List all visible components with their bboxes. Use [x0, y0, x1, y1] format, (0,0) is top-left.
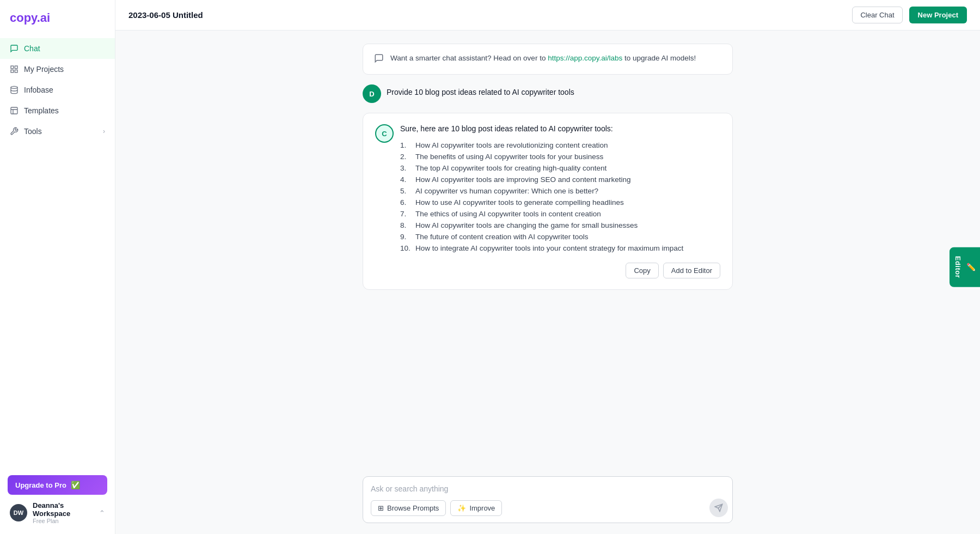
- clear-chat-button[interactable]: Clear Chat: [852, 7, 902, 23]
- header: 2023-06-05 Untitled Clear Chat New Proje…: [115, 0, 980, 31]
- avatar: DW: [10, 504, 27, 521]
- browse-prompts-label: Browse Prompts: [387, 504, 439, 512]
- list-item-text: How to integrate AI copywriter tools int…: [415, 244, 683, 252]
- info-banner-text: Want a smarter chat assistant? Head on o…: [390, 53, 696, 64]
- sidebar-item-infobase[interactable]: Infobase: [0, 80, 115, 100]
- infobase-icon: [10, 86, 19, 94]
- list-item-num: 2.: [400, 153, 412, 161]
- ai-response-body: Sure, here are 10 blog post ideas relate…: [400, 124, 720, 278]
- editor-tab[interactable]: ✏️ Editor: [950, 247, 981, 287]
- input-box-wrapper: ⊞ Browse Prompts ✨ Improve: [363, 476, 733, 523]
- svg-point-4: [11, 86, 17, 88]
- workspace-chevron-icon[interactable]: ⌃: [99, 509, 105, 517]
- page-title: 2023-06-05 Untitled: [128, 10, 846, 20]
- input-bottom-row: ⊞ Browse Prompts ✨ Improve: [371, 496, 728, 520]
- main: 2023-06-05 Untitled Clear Chat New Proje…: [115, 0, 980, 534]
- list-item-num: 10.: [400, 244, 412, 252]
- sidebar-bottom: Upgrade to Pro ✅ DW Deanna's Workspace F…: [0, 468, 115, 534]
- workspace-info: Deanna's Workspace Free Plan: [33, 501, 94, 524]
- sparkle-icon: ✨: [457, 504, 466, 512]
- ai-list: 1.How AI copywriter tools are revolution…: [400, 139, 720, 254]
- check-circle-icon: ✅: [71, 481, 80, 489]
- list-item: 2.The benefits of using AI copywriter to…: [400, 151, 720, 162]
- list-item-num: 6.: [400, 198, 412, 207]
- list-item: 9.The future of content creation with AI…: [400, 231, 720, 242]
- list-item-text: How AI copywriter tools are improving SE…: [415, 175, 630, 184]
- list-item: 8.How AI copywriter tools are changing t…: [400, 220, 720, 231]
- editor-tab-label: Editor: [954, 256, 962, 278]
- search-input[interactable]: [371, 479, 728, 496]
- sidebar-item-my-projects[interactable]: My Projects: [0, 59, 115, 80]
- list-item-text: The benefits of using AI copywriter tool…: [415, 153, 603, 161]
- list-item-text: How AI copywriter tools are changing the…: [415, 221, 638, 229]
- workspace-area: DW Deanna's Workspace Free Plan ⌃: [8, 495, 107, 526]
- list-item: 7.The ethics of using AI copywriter tool…: [400, 208, 720, 220]
- upgrade-to-pro-button[interactable]: Upgrade to Pro ✅: [8, 475, 107, 495]
- templates-icon: [10, 106, 19, 115]
- list-item: 6.How to use AI copywriter tools to gene…: [400, 197, 720, 208]
- svg-rect-2: [15, 70, 17, 72]
- sidebar-item-label-infobase: Infobase: [24, 86, 53, 94]
- sidebar-item-chat[interactable]: Chat: [0, 38, 115, 59]
- list-item-num: 9.: [400, 233, 412, 241]
- upgrade-label: Upgrade to Pro: [15, 481, 66, 489]
- ai-avatar: C: [375, 124, 394, 143]
- svg-rect-1: [15, 66, 17, 69]
- list-item-text: How AI copywriter tools are revolutioniz…: [415, 141, 608, 149]
- list-item-text: AI copywriter vs human copywriter: Which…: [415, 187, 598, 195]
- workspace-name: Deanna's Workspace: [33, 501, 94, 518]
- list-item: 3.The top AI copywriter tools for creati…: [400, 162, 720, 174]
- projects-icon: [10, 65, 19, 74]
- new-project-button[interactable]: New Project: [909, 7, 967, 23]
- copy-button[interactable]: Copy: [626, 263, 658, 278]
- chat-area: Want a smarter chat assistant? Head on o…: [115, 31, 980, 469]
- list-item-text: The future of content creation with AI c…: [415, 233, 588, 241]
- improve-button[interactable]: ✨ Improve: [450, 500, 502, 516]
- list-item: 5.AI copywriter vs human copywriter: Whi…: [400, 185, 720, 197]
- browse-prompts-button[interactable]: ⊞ Browse Prompts: [371, 500, 446, 516]
- svg-rect-0: [11, 66, 14, 69]
- list-item-text: How to use AI copywriter tools to genera…: [415, 198, 624, 207]
- logo-area: copy.ai: [0, 0, 115, 34]
- list-item: 1.How AI copywriter tools are revolution…: [400, 139, 720, 151]
- list-item-num: 5.: [400, 187, 412, 195]
- list-item: 4.How AI copywriter tools are improving …: [400, 174, 720, 185]
- sidebar: copy.ai Chat My Projects Infobase: [0, 0, 115, 534]
- send-button[interactable]: [709, 499, 728, 517]
- user-message-row: D Provide 10 blog post ideas related to …: [363, 84, 733, 103]
- info-banner: Want a smarter chat assistant? Head on o…: [363, 44, 733, 75]
- svg-rect-5: [11, 107, 17, 114]
- ai-intro: Sure, here are 10 blog post ideas relate…: [400, 124, 720, 133]
- add-to-editor-button[interactable]: Add to Editor: [663, 263, 720, 278]
- ai-actions: Copy Add to Editor: [400, 263, 720, 278]
- list-item-num: 8.: [400, 221, 412, 229]
- logo-prefix: copy: [10, 11, 37, 25]
- list-item-num: 3.: [400, 164, 412, 172]
- logo-suffix: ai: [40, 11, 50, 25]
- sidebar-item-label-projects: My Projects: [24, 65, 64, 74]
- grid-icon: ⊞: [378, 504, 384, 512]
- sidebar-item-label-chat: Chat: [24, 44, 40, 53]
- svg-rect-3: [11, 70, 14, 72]
- tools-arrow-icon: ›: [103, 128, 105, 135]
- chat-bubble-icon: [374, 53, 384, 65]
- tools-icon: [10, 127, 19, 136]
- list-item-num: 7.: [400, 210, 412, 218]
- editor-pencil-icon: ✏️: [966, 263, 976, 271]
- sidebar-item-tools[interactable]: Tools ›: [0, 121, 115, 142]
- sidebar-item-label-tools: Tools: [24, 127, 42, 136]
- workspace-plan: Free Plan: [33, 518, 94, 524]
- labs-link[interactable]: https://app.copy.ai/labs: [548, 54, 622, 62]
- list-item-text: The top AI copywriter tools for creating…: [415, 164, 607, 172]
- nav-items: Chat My Projects Infobase Templates: [0, 34, 115, 468]
- user-avatar: D: [363, 84, 381, 103]
- input-area: ⊞ Browse Prompts ✨ Improve: [115, 469, 980, 534]
- sidebar-item-templates[interactable]: Templates: [0, 100, 115, 121]
- improve-label: Improve: [469, 504, 495, 512]
- list-item-num: 4.: [400, 175, 412, 184]
- sidebar-item-label-templates: Templates: [24, 106, 59, 115]
- list-item-text: The ethics of using AI copywriter tools …: [415, 210, 601, 218]
- logo: copy.ai: [10, 11, 105, 25]
- list-item-num: 1.: [400, 141, 412, 149]
- chat-container: Want a smarter chat assistant? Head on o…: [363, 44, 733, 290]
